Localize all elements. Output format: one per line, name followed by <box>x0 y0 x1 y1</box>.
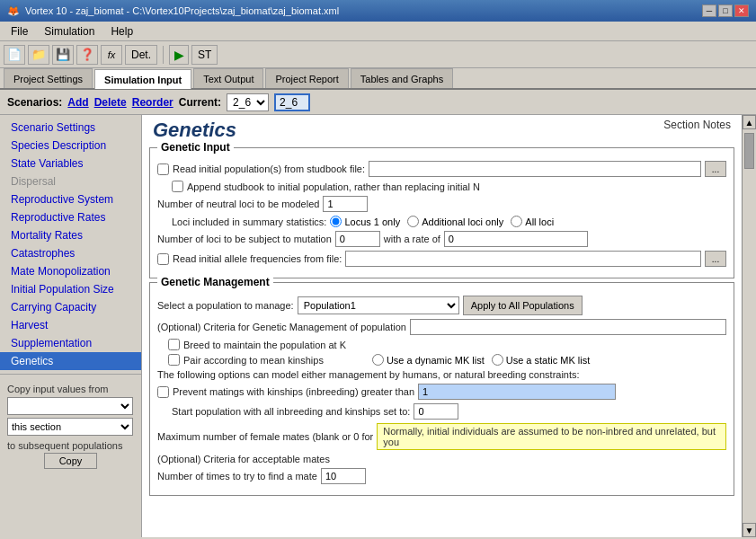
allele-file-input[interactable] <box>345 251 701 267</box>
mutation-rate-label: with a rate of <box>384 234 440 244</box>
start-inbreeding-label: Start population with all inbreeding and… <box>172 406 410 417</box>
menu-file[interactable]: File <box>4 23 35 40</box>
copy-button[interactable]: Copy <box>44 453 98 469</box>
max-female-tooltip: Normally, initial individuals are assume… <box>377 423 726 450</box>
read-allele-checkbox[interactable] <box>157 253 169 265</box>
st-button[interactable]: ST <box>191 45 218 65</box>
sidebar-item-species-description[interactable]: Species Description <box>0 137 141 155</box>
pair-kinships-row: Pair according to mean kinships Use a dy… <box>168 354 726 366</box>
tab-text-output[interactable]: Text Output <box>193 68 263 88</box>
prevent-matings-input[interactable] <box>418 384 616 400</box>
genetic-management-title: Genetic Management <box>157 276 273 288</box>
radio-additional-loci[interactable]: Additional loci only <box>407 216 503 227</box>
start-inbreeding-input[interactable] <box>414 403 458 420</box>
sidebar-item-dispersal: Dispersal <box>0 172 141 190</box>
apply-all-button[interactable]: Apply to All Populations <box>463 296 583 315</box>
max-female-label: Maximum number of female mates (blank or… <box>157 431 373 442</box>
close-button[interactable]: ✕ <box>734 4 749 17</box>
mutation-loci-input[interactable] <box>335 231 380 247</box>
copy-to-label: to subsequent populations <box>7 440 134 451</box>
current-scenario-select[interactable]: 2_6 <box>227 93 269 111</box>
copy-section: Copy input values from this section to s… <box>0 378 141 474</box>
copy-section-select[interactable]: this section <box>7 418 133 436</box>
toolbar-sep <box>163 46 164 64</box>
sidebar-item-supplementation[interactable]: Supplementation <box>0 334 141 352</box>
sidebar-divider <box>0 374 141 375</box>
studbook-file-input[interactable] <box>369 161 701 177</box>
prevent-matings-checkbox[interactable] <box>157 386 169 398</box>
sidebar-item-initial-population-size[interactable]: Initial Population Size <box>0 280 141 298</box>
sidebar-item-carrying-capacity[interactable]: Carrying Capacity <box>0 298 141 316</box>
allele-browse-button[interactable]: ... <box>705 251 726 267</box>
open-button[interactable]: 📁 <box>28 45 49 65</box>
neutral-loci-input[interactable] <box>323 196 368 212</box>
sidebar-item-state-variables[interactable]: State Variables <box>0 155 141 172</box>
sidebar-item-mate-monopolization[interactable]: Mate Monopolization <box>0 262 141 280</box>
pair-kinships-checkbox[interactable] <box>168 354 180 366</box>
mutation-loci-label: Number of loci to be subject to mutation <box>157 234 332 244</box>
criteria-acceptable-label: (Optional) Criteria for acceptable mates <box>157 454 330 464</box>
section-notes-button[interactable]: Section Notes <box>663 119 731 131</box>
criteria-input[interactable] <box>410 319 726 335</box>
read-studbook-checkbox[interactable] <box>157 163 169 175</box>
tab-tables-and-graphs[interactable]: Tables and Graphs <box>351 68 453 88</box>
append-studbook-label: Append studbook to initial population, r… <box>187 181 480 192</box>
copy-from-select[interactable] <box>7 397 133 415</box>
read-studbook-label: Read initial population(s) from studbook… <box>173 163 365 174</box>
scrollbar[interactable]: ▲ ▼ <box>742 115 756 537</box>
toolbar: 📄 📁 💾 ❓ fx Det. ▶ ST <box>0 41 756 68</box>
breed-maintain-checkbox[interactable] <box>168 339 180 350</box>
menu-help[interactable]: Help <box>103 23 140 40</box>
menu-simulation[interactable]: Simulation <box>37 23 102 40</box>
population-select[interactable]: Population1 <box>298 296 459 314</box>
mutation-rate-input[interactable] <box>444 231 588 247</box>
scroll-track <box>743 129 756 523</box>
minimize-button[interactable]: ─ <box>702 4 716 17</box>
sidebar-item-reproductive-system[interactable]: Reproductive System <box>0 190 141 208</box>
genetics-title: Genetics <box>153 119 236 142</box>
read-allele-row: Read initial allele frequencies from fil… <box>157 251 726 267</box>
scroll-down[interactable]: ▼ <box>743 523 756 537</box>
app-icon: 🦊 <box>7 5 20 17</box>
loci-radio-group: Locus 1 only Additional loci only All lo… <box>330 216 554 227</box>
maximize-button[interactable]: □ <box>718 4 733 17</box>
tab-project-settings[interactable]: Project Settings <box>4 68 93 88</box>
delete-scenario[interactable]: Delete <box>94 96 127 109</box>
menu-bar: File Simulation Help <box>0 22 756 41</box>
radio-all-loci[interactable]: All loci <box>511 216 554 227</box>
new-button[interactable]: 📄 <box>4 45 25 65</box>
genetic-management-group: Genetic Management Select a population t… <box>149 282 734 496</box>
genetic-input-title: Genetic Input <box>157 141 234 154</box>
sidebar-item-scenario-settings[interactable]: Scenario Settings <box>0 119 141 137</box>
det-button[interactable]: Det. <box>125 45 157 65</box>
studbook-browse-button[interactable]: ... <box>705 161 726 177</box>
radio-locus1-only[interactable]: Locus 1 only <box>330 216 400 227</box>
radio-static-mk[interactable]: Use a static MK list <box>492 354 591 366</box>
neutral-loci-label: Number of neutral loci to be modeled <box>157 199 319 209</box>
fx-button[interactable]: fx <box>101 45 122 65</box>
copy-label: Copy input values from <box>7 384 134 394</box>
radio-dynamic-mk[interactable]: Use a dynamic MK list <box>372 354 485 366</box>
scenarios-label: Scenarios: <box>7 96 62 109</box>
select-pop-row: Select a population to manage: Populatio… <box>157 296 726 315</box>
append-studbook-checkbox[interactable] <box>172 181 183 192</box>
help-button[interactable]: ❓ <box>76 45 98 65</box>
sidebar-item-genetics[interactable]: Genetics <box>0 352 141 370</box>
title-bar: 🦊 Vortex 10 - zaj_biomat - C:\Vortex10Pr… <box>0 0 756 22</box>
tab-project-report[interactable]: Project Report <box>265 68 348 88</box>
content-inner: Genetics Section Notes Genetic Input Rea… <box>142 115 742 537</box>
sidebar-item-harvest[interactable]: Harvest <box>0 316 141 334</box>
add-scenario[interactable]: Add <box>67 96 88 109</box>
reorder-scenario[interactable]: Reorder <box>132 96 173 109</box>
find-mate-input[interactable] <box>321 468 366 484</box>
sidebar-item-catastrophes[interactable]: Catastrophes <box>0 244 141 262</box>
breed-maintain-label: Breed to maintain the population at K <box>183 340 346 350</box>
save-button[interactable]: 💾 <box>52 45 74 65</box>
scenario-edit-input[interactable] <box>274 93 310 111</box>
scroll-thumb[interactable] <box>744 133 754 169</box>
run-button[interactable]: ▶ <box>169 45 189 65</box>
tab-simulation-input[interactable]: Simulation Input <box>94 69 191 89</box>
sidebar-item-mortality-rates[interactable]: Mortality Rates <box>0 226 141 244</box>
sidebar-item-reproductive-rates[interactable]: Reproductive Rates <box>0 208 141 226</box>
scroll-up[interactable]: ▲ <box>743 115 756 129</box>
